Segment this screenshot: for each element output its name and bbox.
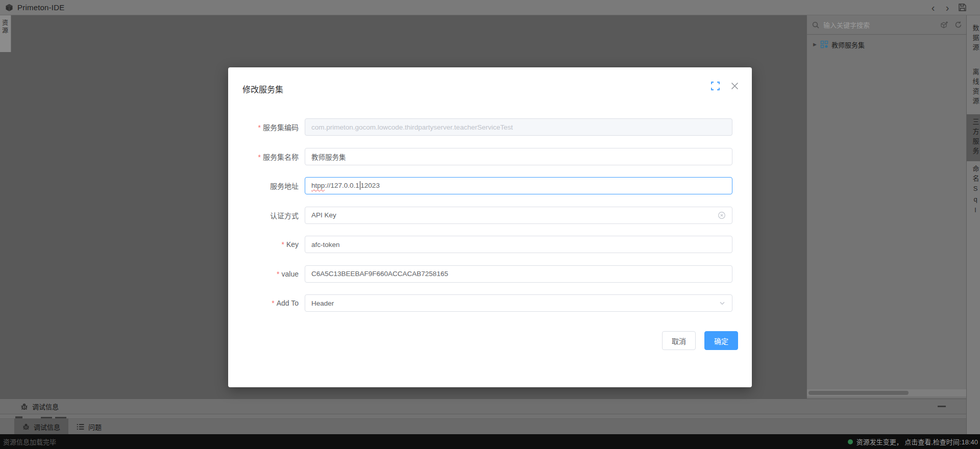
app-title: Primeton-IDE	[17, 3, 64, 12]
search-input[interactable]: 输入关键字搜索	[823, 20, 940, 30]
field-label: 服务地址	[228, 181, 305, 191]
edit-service-set-dialog: 修改服务集 *服务集编码 com.primeton.gocom.lowcode.…	[228, 67, 752, 387]
ok-button[interactable]: 确定	[704, 331, 738, 350]
status-resource-change-notice[interactable]: 资源发生变更， 点击查看,检查时间:18:40	[848, 437, 978, 446]
left-sidebar-tab-label: 资源	[2, 19, 9, 35]
field-label: *服务集名称	[228, 152, 305, 162]
tab-data-source[interactable]: 数据源	[967, 20, 980, 58]
bug-icon	[22, 423, 30, 430]
bottom-tab-bar: 调试信息 问题	[0, 418, 966, 435]
minimize-panel-icon[interactable]	[938, 406, 946, 407]
dialog-form: *服务集编码 com.primeton.gocom.lowcode.thirdp…	[228, 118, 752, 324]
statusbar: 资源信息加载完毕 资源发生变更， 点击查看,检查时间:18:40	[0, 434, 980, 449]
status-right-label: 资源发生变更， 点击查看,检查时间:18:40	[856, 437, 978, 446]
save-icon[interactable]	[958, 3, 967, 12]
close-icon[interactable]	[731, 82, 739, 90]
fullscreen-icon[interactable]	[711, 82, 720, 90]
service-set-name-input[interactable]: 教师服务集	[305, 148, 732, 165]
refresh-icon[interactable]	[954, 21, 962, 29]
bottom-panel: 调试信息 调试信息 问题	[0, 398, 966, 435]
tab-debug-info[interactable]: 调试信息	[14, 418, 68, 435]
debug-info-header: 调试信息	[0, 399, 966, 414]
tree-item-teacher-service-set[interactable]: ▶ 教师服务集	[807, 37, 966, 52]
form-row-auth-method: 认证方式 API Key	[228, 207, 732, 224]
scrollbar-thumb[interactable]	[808, 391, 909, 395]
titlebar: Primeton-IDE ‹ ›	[0, 0, 980, 15]
misspelled-segment: htpp	[311, 182, 325, 189]
app-logo-cube-icon	[5, 4, 13, 12]
resource-tree-panel: 输入关键字搜索 ▶ 教师服务集	[806, 15, 966, 398]
right-tabstrip: 数据源 离线资源 三方服务 命名Sql	[966, 15, 980, 435]
form-row-service-set-code: *服务集编码 com.primeton.gocom.lowcode.thirdp…	[228, 118, 732, 136]
debug-header-label: 调试信息	[32, 402, 59, 411]
form-row-service-set-name: *服务集名称 教师服务集	[228, 148, 732, 165]
field-label: 认证方式	[228, 210, 305, 220]
form-row-service-address: 服务地址 htpp://127.0.0.112023	[228, 177, 732, 194]
add-service-cube-icon[interactable]	[940, 21, 948, 29]
horizontal-scrollbar	[807, 389, 966, 396]
tab-label: 问题	[88, 422, 102, 432]
left-sidebar-tab-resources[interactable]: 资源	[0, 15, 11, 52]
key-input[interactable]: afc-token	[305, 236, 732, 253]
tab-named-sql[interactable]: 命名Sql	[967, 161, 980, 221]
app-window: Primeton-IDE ‹ › 资源 输入关键字搜索 ▶	[0, 0, 980, 449]
add-to-select[interactable]: Header	[305, 294, 732, 312]
status-message: 资源信息加载完毕	[3, 437, 56, 446]
service-set-code-input[interactable]: com.primeton.gocom.lowcode.thirdpartyser…	[305, 118, 732, 136]
bug-icon	[20, 403, 28, 410]
clipped-content-row	[0, 414, 966, 418]
dialog-title: 修改服务集	[242, 83, 283, 95]
field-label: *Key	[228, 240, 305, 248]
field-label: *Add To	[228, 299, 305, 307]
search-bar: 输入关键字搜索	[807, 15, 966, 35]
field-label: *服务集编码	[228, 122, 305, 132]
chevron-down-icon[interactable]	[719, 300, 726, 307]
service-set-icon	[820, 40, 828, 48]
nav-back-icon[interactable]: ‹	[929, 3, 937, 13]
cancel-button[interactable]: 取消	[662, 331, 696, 350]
tab-problems[interactable]: 问题	[68, 418, 110, 435]
form-row-value: *value C6A5C13BEEBAF9F660ACCACAB7258165	[228, 265, 732, 283]
field-label: *value	[228, 270, 305, 278]
form-row-key: *Key afc-token	[228, 236, 732, 253]
tree-item-label: 教师服务集	[831, 40, 865, 49]
clear-icon[interactable]	[718, 211, 726, 219]
auth-method-select[interactable]: API Key	[305, 207, 732, 224]
value-input[interactable]: C6A5C13BEEBAF9F660ACCACAB7258165	[305, 265, 732, 283]
service-address-input[interactable]: htpp://127.0.0.112023	[305, 177, 732, 194]
tree-expand-arrow-icon[interactable]: ▶	[813, 42, 817, 47]
status-dot-icon	[848, 439, 853, 444]
tab-third-party-services[interactable]: 三方服务	[967, 114, 980, 161]
form-row-add-to: *Add To Header	[228, 294, 732, 312]
nav-forward-icon[interactable]: ›	[944, 3, 951, 13]
tab-offline-resources[interactable]: 离线资源	[967, 64, 980, 111]
list-icon	[77, 423, 84, 430]
tab-label: 调试信息	[34, 422, 60, 432]
search-icon	[812, 21, 819, 29]
